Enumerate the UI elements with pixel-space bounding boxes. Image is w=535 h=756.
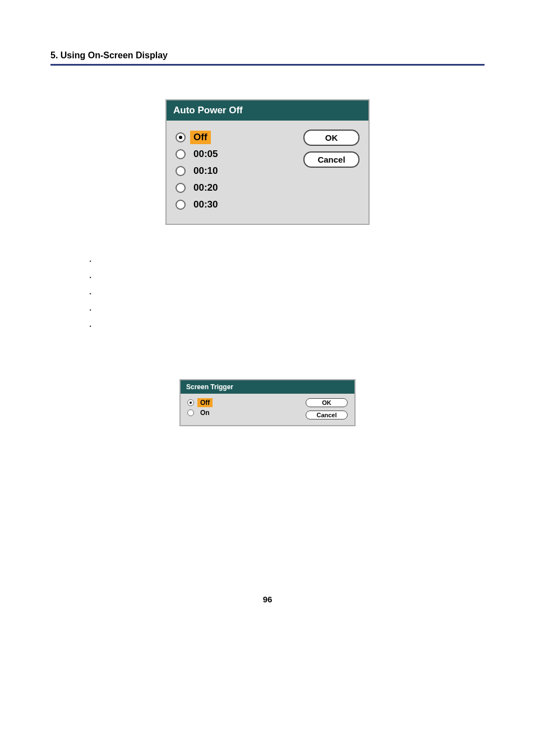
dialog-title: Auto Power Off [167,100,368,121]
section-rule [50,64,485,66]
list-item [90,318,485,334]
radio-option-on[interactable]: On [187,408,306,417]
radio-icon [187,399,194,406]
radio-icon [176,183,186,193]
radio-label: On [197,408,213,417]
cancel-button[interactable]: Cancel [303,151,359,168]
radio-label: 00:20 [190,181,221,195]
screen-trigger-dialog: Screen Trigger Off On OK Cancel [179,379,356,426]
radio-group-auto-power-off: Off 00:05 00:10 00:20 [176,127,303,215]
ok-button[interactable]: OK [306,398,348,407]
radio-icon [176,200,186,210]
dialog-title: Screen Trigger [181,380,354,394]
radio-option-off[interactable]: Off [187,398,306,407]
radio-option-0005[interactable]: 00:05 [176,147,303,161]
list-item [90,269,485,285]
radio-option-off[interactable]: Off [176,131,303,144]
radio-icon [176,132,186,142]
radio-icon [187,409,194,416]
list-item [90,253,485,269]
radio-label: Off [197,398,213,407]
list-item [90,302,485,318]
section-title: 5. Using On-Screen Display [50,50,485,64]
page-number: 96 [50,594,485,604]
cancel-button[interactable]: Cancel [306,411,348,420]
radio-option-0020[interactable]: 00:20 [176,181,303,195]
radio-option-0030[interactable]: 00:30 [176,198,303,211]
auto-power-off-dialog: Auto Power Off Off 00:05 00:10 [165,99,370,225]
radio-group-screen-trigger: Off On [187,397,306,420]
radio-label: 00:10 [190,164,221,178]
ok-button[interactable]: OK [303,130,359,146]
radio-icon [176,149,186,159]
radio-label: Off [190,131,211,144]
radio-option-0010[interactable]: 00:10 [176,164,303,178]
bullet-list [90,253,485,334]
radio-icon [176,166,186,176]
radio-label: 00:05 [190,147,221,161]
radio-label: 00:30 [190,198,221,211]
list-item [90,285,485,302]
